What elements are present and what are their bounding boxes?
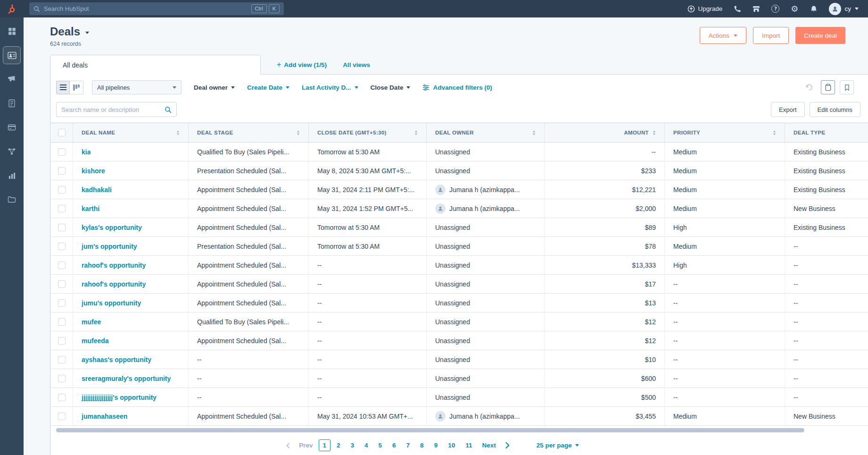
pagination-page-button[interactable]: 10 bbox=[444, 439, 459, 451]
deal-name-link[interactable]: kishore bbox=[82, 167, 105, 175]
deal-name-link[interactable]: kylas's opportunity bbox=[82, 224, 142, 231]
row-checkbox[interactable] bbox=[58, 299, 66, 307]
global-search-input[interactable] bbox=[44, 5, 249, 12]
next-page-button[interactable]: Next bbox=[478, 442, 499, 449]
deal-name-link[interactable]: mufeeda bbox=[82, 337, 109, 345]
deal-name-link[interactable]: jjjjjjjjjjjjjjjjj's opportunity bbox=[82, 394, 157, 401]
deal-name-link[interactable]: jum's opportunity bbox=[82, 243, 137, 250]
per-page-select[interactable]: 25 per page bbox=[537, 442, 579, 449]
row-checkbox[interactable] bbox=[58, 375, 66, 382]
advanced-filters-button[interactable]: Advanced filters (0) bbox=[422, 84, 492, 91]
table-search-input[interactable] bbox=[61, 106, 165, 113]
row-checkbox[interactable] bbox=[58, 394, 66, 401]
sidebar-item-commerce[interactable] bbox=[3, 118, 21, 136]
sidebar-item-reporting[interactable] bbox=[3, 167, 21, 185]
upgrade-button[interactable]: Upgrade bbox=[687, 5, 723, 13]
notifications-bell-icon[interactable] bbox=[810, 5, 818, 13]
pipeline-select[interactable]: All pipelines bbox=[92, 80, 182, 94]
all-views-link[interactable]: All views bbox=[343, 55, 370, 75]
global-search[interactable]: Ctrl K bbox=[29, 2, 284, 15]
deal-name-link[interactable]: kadhakali bbox=[82, 186, 112, 194]
account-menu[interactable]: cy bbox=[829, 3, 859, 15]
column-header-deal-owner[interactable]: DEAL OWNER bbox=[427, 123, 545, 142]
deal-owner-filter[interactable]: Deal owner bbox=[194, 84, 235, 91]
row-checkbox[interactable] bbox=[58, 205, 66, 212]
sidebar-item-automations[interactable] bbox=[3, 143, 21, 160]
create-deal-button[interactable]: Create deal bbox=[795, 27, 845, 44]
help-icon[interactable]: ? bbox=[771, 5, 779, 13]
close-date-filter[interactable]: Close Date bbox=[371, 84, 411, 91]
deal-name-link[interactable]: kia bbox=[82, 148, 91, 156]
hubspot-logo-icon[interactable] bbox=[0, 4, 24, 14]
create-date-filter[interactable]: Create Date bbox=[247, 84, 289, 91]
chevron-right-icon[interactable] bbox=[502, 442, 513, 449]
deal-name-link[interactable]: karthi bbox=[82, 205, 99, 212]
row-checkbox[interactable] bbox=[58, 318, 66, 326]
row-checkbox[interactable] bbox=[58, 280, 66, 288]
edit-columns-button[interactable]: Edit columns bbox=[810, 102, 860, 117]
pagination-page-button[interactable]: 9 bbox=[430, 439, 442, 451]
column-header-deal-stage[interactable]: DEAL STAGE bbox=[189, 123, 309, 142]
pagination-page-button[interactable]: 11 bbox=[461, 439, 476, 451]
row-checkbox[interactable] bbox=[58, 261, 66, 269]
row-checkbox[interactable] bbox=[58, 224, 66, 231]
row-checkbox[interactable] bbox=[58, 337, 66, 345]
column-header-deal-type[interactable]: DEAL TYPE bbox=[785, 123, 868, 142]
undo-button[interactable] bbox=[802, 80, 816, 94]
pagination-page-button[interactable]: 3 bbox=[347, 439, 359, 451]
pagination-page-button[interactable]: 8 bbox=[416, 439, 428, 451]
list-view-button[interactable] bbox=[56, 81, 70, 94]
prev-page-button[interactable]: Prev bbox=[295, 442, 316, 449]
row-checkbox[interactable] bbox=[58, 413, 66, 420]
deal-name-link[interactable]: jumanahaseen bbox=[82, 413, 127, 420]
copy-view-button[interactable] bbox=[821, 80, 835, 94]
sidebar-item-crm[interactable] bbox=[3, 46, 21, 64]
sidebar-item-marketing[interactable] bbox=[3, 70, 21, 88]
pagination-page-button[interactable]: 6 bbox=[388, 439, 400, 451]
priority-cell: Medium bbox=[665, 161, 785, 180]
calling-icon[interactable] bbox=[734, 5, 741, 13]
save-view-button[interactable] bbox=[840, 80, 854, 94]
deal-name-link[interactable]: rahoof's opportunity bbox=[82, 280, 146, 288]
sidebar-item-content[interactable] bbox=[3, 94, 21, 112]
deal-name-link[interactable]: ayshaas's opportunity bbox=[82, 356, 151, 363]
chevron-left-icon[interactable] bbox=[283, 443, 293, 448]
row-checkbox[interactable] bbox=[58, 148, 66, 156]
sidebar-item-apps[interactable] bbox=[3, 22, 21, 40]
pagination-page-button[interactable]: 2 bbox=[332, 439, 345, 451]
add-view-button[interactable]: + Add view (1/5) bbox=[277, 55, 327, 75]
import-button[interactable]: Import bbox=[753, 27, 789, 44]
deal-stage-cell: Appointment Scheduled (Sal... bbox=[189, 407, 309, 425]
actions-button[interactable]: Actions bbox=[700, 27, 746, 44]
marketplace-icon[interactable] bbox=[752, 5, 760, 13]
settings-gear-icon[interactable]: ⚙ bbox=[791, 5, 798, 13]
row-checkbox[interactable] bbox=[58, 356, 66, 363]
column-header-deal-name[interactable]: DEAL NAME bbox=[73, 123, 189, 142]
pagination-page-button[interactable]: 1 bbox=[319, 439, 331, 451]
deal-name-link[interactable]: rahoof's opportunity bbox=[82, 261, 146, 269]
board-view-button[interactable] bbox=[70, 81, 83, 94]
pagination-page-button[interactable]: 5 bbox=[374, 439, 387, 451]
search-icon[interactable] bbox=[165, 106, 172, 113]
last-activity-filter[interactable]: Last Activity D... bbox=[302, 84, 358, 91]
table-search[interactable] bbox=[56, 102, 177, 117]
deal-name-link[interactable]: sreeragmuraly's opportunity bbox=[82, 375, 171, 382]
export-button[interactable]: Export bbox=[771, 102, 805, 117]
sidebar-item-library[interactable] bbox=[3, 191, 21, 209]
deal-name-link[interactable]: jumu's opportunity bbox=[82, 299, 141, 307]
deal-name-cell: kishore bbox=[73, 161, 189, 180]
title-chevron-down-icon[interactable] bbox=[85, 32, 89, 34]
pagination-page-button[interactable]: 7 bbox=[402, 439, 414, 451]
select-all-checkbox[interactable] bbox=[58, 129, 66, 136]
row-checkbox[interactable] bbox=[58, 167, 66, 175]
row-checkbox[interactable] bbox=[58, 186, 66, 194]
row-checkbox[interactable] bbox=[58, 243, 66, 250]
deal-stage-value: Appointment Scheduled (Sal... bbox=[197, 261, 286, 269]
horizontal-scrollbar-thumb[interactable] bbox=[56, 428, 804, 432]
column-header-amount[interactable]: AMOUNT bbox=[545, 123, 665, 142]
pagination-page-button[interactable]: 4 bbox=[360, 439, 372, 451]
column-header-priority[interactable]: PRIORITY bbox=[665, 123, 785, 142]
deal-name-link[interactable]: mufee bbox=[82, 318, 101, 326]
tab-all-deals[interactable]: All deals bbox=[50, 55, 261, 75]
column-header-close-date[interactable]: CLOSE DATE (GMT+5:30) bbox=[309, 123, 427, 142]
